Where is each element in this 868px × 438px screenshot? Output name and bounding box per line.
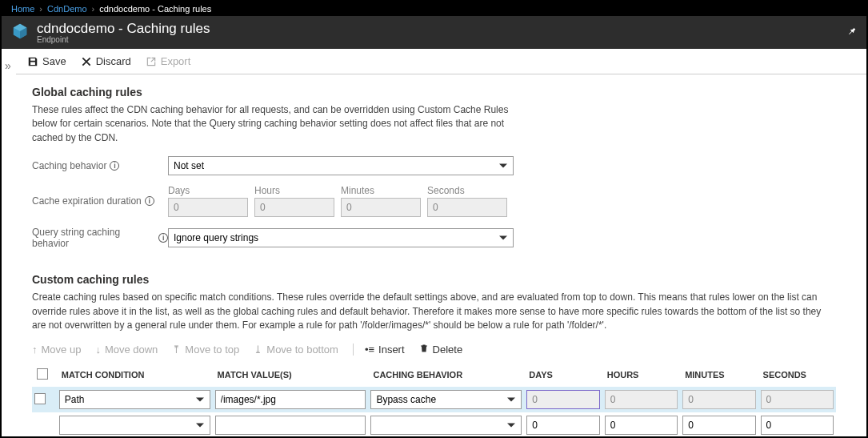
arrow-down-icon: ↓	[95, 344, 101, 356]
close-icon	[81, 56, 92, 67]
row-hours-input[interactable]	[605, 416, 678, 435]
global-heading: Global caching rules	[32, 86, 836, 98]
save-label: Save	[42, 55, 66, 67]
col-seconds: SECONDS	[758, 364, 836, 387]
row-checkbox[interactable]	[34, 393, 46, 404]
col-minutes: MINUTES	[680, 364, 758, 387]
save-button[interactable]: Save	[27, 55, 66, 67]
rules-toolbar: ↑ Move up ↓ Move down ⤒ Move to top ⤓ Mo…	[32, 344, 836, 356]
col-match-value: MATCH VALUE(S)	[213, 364, 369, 387]
row-seconds-input	[761, 390, 834, 409]
table-row[interactable]	[32, 412, 836, 436]
arrow-top-icon: ⤒	[172, 344, 181, 356]
move-top-button[interactable]: ⤒ Move to top	[172, 344, 239, 356]
caching-behavior-row-select[interactable]	[370, 416, 522, 435]
custom-heading: Custom caching rules	[32, 273, 836, 286]
breadcrumb: Home › CdnDemo › cdndocdemo - Caching ru…	[2, 2, 866, 16]
trash-icon	[419, 344, 429, 356]
discard-button[interactable]: Discard	[81, 55, 131, 67]
seconds-label: Seconds	[427, 185, 507, 196]
row-minutes-input[interactable]	[682, 416, 755, 435]
arrow-bottom-icon: ⤓	[254, 344, 262, 356]
row-hours-input	[605, 390, 678, 409]
chevron-right-icon: ›	[92, 4, 95, 14]
minutes-input	[341, 198, 421, 217]
minutes-label: Minutes	[341, 185, 421, 196]
match-value-input[interactable]	[215, 416, 366, 435]
export-button[interactable]: Export	[146, 55, 191, 67]
export-icon	[146, 56, 157, 67]
pin-icon[interactable]	[846, 26, 857, 40]
insert-button[interactable]: •≡ Insert	[353, 344, 405, 356]
hours-label: Hours	[254, 185, 334, 196]
chevron-right-icon: ›	[39, 4, 42, 14]
caching-behavior-row-select[interactable]: Bypass cache	[370, 390, 522, 409]
rules-table: MATCH CONDITION MATCH VALUE(S) CACHING B…	[32, 364, 836, 436]
info-icon[interactable]: i	[158, 233, 168, 243]
select-all-checkbox[interactable]	[37, 368, 48, 380]
seconds-input	[427, 198, 507, 217]
col-caching-behavior: CACHING BEHAVIOR	[368, 364, 524, 387]
row-days-input	[526, 390, 599, 409]
days-label: Days	[168, 185, 248, 196]
move-down-button[interactable]: ↓ Move down	[95, 344, 158, 356]
breadcrumb-home[interactable]: Home	[11, 4, 34, 14]
row-seconds-input[interactable]	[761, 416, 834, 435]
export-label: Export	[161, 55, 191, 67]
global-description: These rules affect the CDN caching behav…	[32, 103, 528, 145]
insert-icon: •≡	[365, 344, 374, 356]
arrow-up-icon: ↑	[32, 344, 38, 356]
match-value-input[interactable]	[215, 390, 366, 409]
caching-behavior-label: Caching behavior i	[32, 160, 168, 171]
breadcrumb-current: cdndocdemo - Caching rules	[99, 4, 211, 14]
endpoint-icon	[11, 22, 29, 42]
content-area: Global caching rules These rules affect …	[2, 74, 866, 436]
days-input	[168, 198, 248, 217]
row-minutes-input	[682, 390, 755, 409]
move-bottom-button[interactable]: ⤓ Move to bottom	[254, 344, 338, 356]
col-days: DAYS	[524, 364, 602, 387]
page-header: cdndocdemo - Caching rules Endpoint	[2, 16, 866, 49]
row-days-input[interactable]	[526, 416, 599, 435]
move-up-button[interactable]: ↑ Move up	[32, 344, 81, 356]
col-match-condition: MATCH CONDITION	[57, 364, 213, 387]
expiration-label: Cache expiration duration i	[32, 195, 168, 207]
expand-handle-icon[interactable]: »	[5, 59, 11, 72]
page-title: cdndocdemo - Caching rules	[37, 21, 210, 37]
breadcrumb-demo[interactable]: CdnDemo	[47, 4, 87, 14]
info-icon[interactable]: i	[110, 161, 119, 171]
info-icon[interactable]: i	[145, 196, 154, 206]
delete-button[interactable]: Delete	[419, 344, 463, 356]
custom-description: Create caching rules based on specific m…	[32, 291, 836, 332]
match-condition-select[interactable]: Path	[59, 390, 210, 409]
caching-behavior-select[interactable]: Not set	[168, 156, 514, 175]
discard-label: Discard	[96, 55, 131, 67]
hours-input	[254, 198, 334, 217]
command-bar: Save Discard Export	[16, 49, 866, 74]
query-caching-select[interactable]: Ignore query strings	[168, 228, 514, 247]
match-condition-select[interactable]	[59, 416, 210, 435]
col-hours: HOURS	[602, 364, 680, 387]
table-row[interactable]: Path Bypass cache	[32, 387, 836, 413]
query-caching-label: Query string caching behavior i	[32, 227, 168, 249]
save-icon	[27, 56, 38, 67]
